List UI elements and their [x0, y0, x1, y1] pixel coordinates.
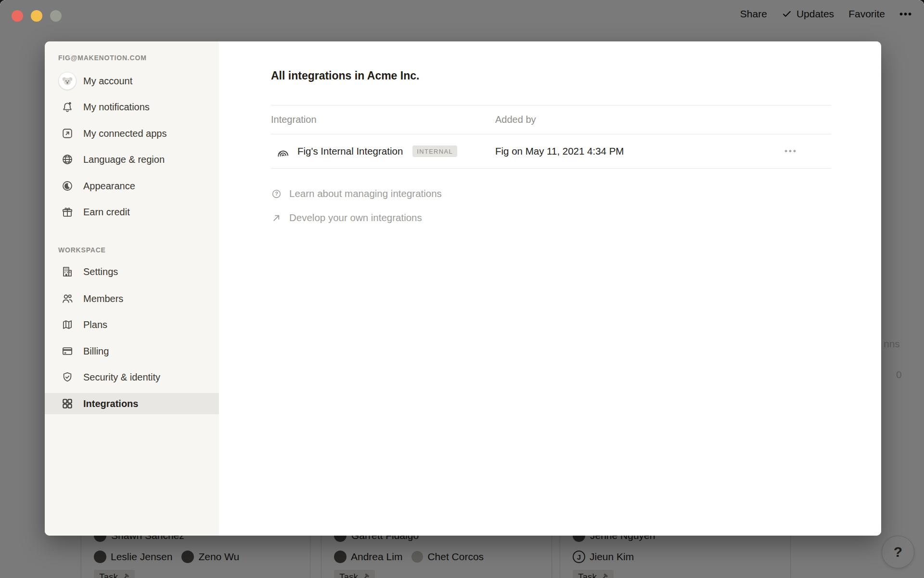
app-window: Share Updates Favorite •••: [0, 0, 924, 578]
sidebar-item-members[interactable]: Members: [45, 288, 219, 309]
sidebar-item-label: Security & identity: [83, 372, 160, 383]
settings-modal: FIG@MAKENOTION.COM My account My notific…: [45, 41, 881, 536]
column-header-added-by: Added by: [495, 114, 831, 125]
sidebar-item-earn-credit[interactable]: Earn credit: [45, 201, 219, 223]
sidebar-item-label: Appearance: [83, 181, 135, 192]
sidebar-item-my-connected-apps[interactable]: My connected apps: [45, 123, 219, 144]
sidebar-item-label: Language & region: [83, 154, 165, 165]
table-header-row: Integration Added by: [271, 105, 831, 134]
column-header-integration: Integration: [271, 114, 495, 125]
integrations-panel: All integrations in Acme Inc. Integratio…: [219, 41, 881, 536]
question-circle-icon: ?: [271, 188, 282, 199]
sidebar-item-label: Members: [83, 293, 123, 304]
learn-integrations-link[interactable]: ? Learn about managing integrations: [271, 186, 442, 201]
workspace-section-header: WORKSPACE: [58, 246, 106, 254]
page-title: All integrations in Acme Inc.: [271, 68, 419, 83]
zoom-window-button[interactable]: [50, 10, 62, 22]
row-menu-button[interactable]: •••: [784, 146, 797, 156]
svg-text:?: ?: [275, 191, 278, 197]
moon-icon: [61, 180, 74, 192]
sidebar-item-security-identity[interactable]: Security & identity: [45, 367, 219, 388]
sidebar-item-appearance[interactable]: Appearance: [45, 175, 219, 197]
sidebar-item-label: Earn credit: [83, 207, 130, 218]
sidebar-item-plans[interactable]: Plans: [45, 314, 219, 335]
sidebar-item-my-notifications[interactable]: My notifications: [45, 96, 219, 118]
external-app-icon: [61, 127, 74, 140]
sidebar-item-language-region[interactable]: Language & region: [45, 149, 219, 170]
map-icon: [61, 318, 74, 331]
sidebar-item-settings[interactable]: Settings: [45, 261, 219, 282]
people-icon: [61, 292, 74, 305]
building-icon: [61, 265, 74, 278]
table-row[interactable]: Fig's Internal Integration INTERNAL Fig …: [271, 134, 831, 169]
sidebar-item-label: My notifications: [83, 102, 150, 113]
sidebar-item-label: Plans: [83, 319, 107, 330]
close-window-button[interactable]: [12, 10, 23, 22]
minimize-window-button[interactable]: [31, 10, 42, 22]
develop-integrations-link[interactable]: Develop your own integrations: [271, 210, 422, 225]
added-by-cell: Fig on May 11, 2021 4:34 PM: [495, 145, 831, 157]
sidebar-item-billing[interactable]: Billing: [45, 341, 219, 362]
added-by-text: Fig on May 11, 2021 4:34 PM: [495, 145, 624, 157]
internal-badge: INTERNAL: [412, 145, 457, 157]
link-label: Learn about managing integrations: [289, 188, 442, 199]
user-avatar-icon: [59, 72, 76, 90]
credit-card-icon: [61, 345, 74, 357]
sidebar-item-my-account[interactable]: My account: [45, 70, 219, 92]
grid-icon: [61, 397, 74, 410]
integrations-table: Integration Added by Fig's Internal Inte…: [271, 105, 831, 169]
arrow-up-right-icon: [271, 212, 282, 223]
sidebar-item-label: My connected apps: [83, 128, 167, 139]
window-controls: [12, 10, 62, 22]
sidebar-item-label: Settings: [83, 266, 118, 277]
account-section-header: FIG@MAKENOTION.COM: [58, 54, 147, 62]
settings-sidebar: FIG@MAKENOTION.COM My account My notific…: [45, 41, 219, 536]
sidebar-item-label: Billing: [83, 346, 109, 357]
bell-dot-icon: [61, 101, 74, 113]
integration-cell: Fig's Internal Integration INTERNAL: [271, 144, 495, 158]
globe-icon: [61, 153, 74, 166]
sidebar-item-label: Integrations: [83, 398, 138, 409]
gift-icon: [61, 206, 74, 218]
sidebar-item-label: My account: [83, 76, 132, 87]
integration-logo-icon: [275, 144, 290, 158]
link-label: Develop your own integrations: [289, 212, 422, 223]
sidebar-item-integrations[interactable]: Integrations: [45, 393, 219, 414]
shield-check-icon: [61, 371, 74, 383]
integration-name: Fig's Internal Integration: [297, 145, 403, 157]
